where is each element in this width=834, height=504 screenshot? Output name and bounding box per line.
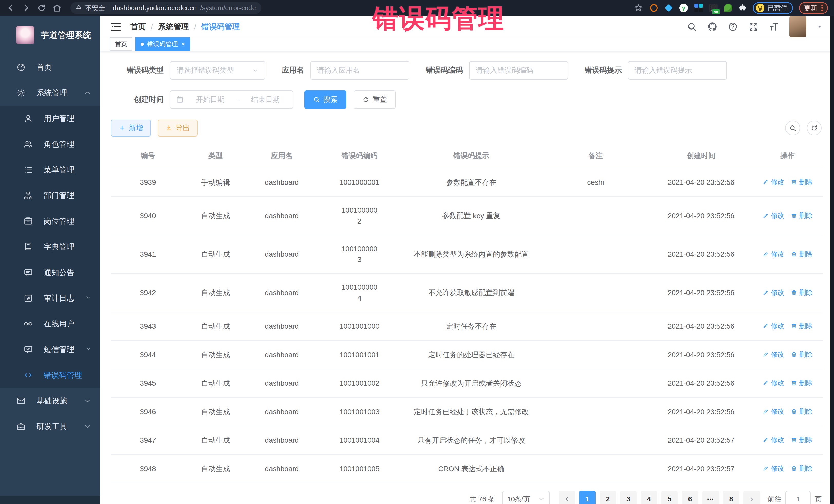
paused-extension-button[interactable]: 已暂停 [753, 2, 793, 14]
sidebar-item-online-users[interactable]: 在线用户 [0, 311, 100, 337]
delete-link[interactable]: 删除 [791, 406, 812, 417]
sidebar-item-posts[interactable]: 岗位管理 [0, 209, 100, 234]
github-icon[interactable] [707, 22, 718, 32]
sidebar-item-menus[interactable]: 菜单管理 [0, 157, 100, 183]
breadcrumb-system[interactable]: 系统管理 [158, 22, 189, 32]
add-button[interactable]: 新增 [111, 119, 151, 136]
sidebar-item-departments[interactable]: 部门管理 [0, 183, 100, 209]
page-button-5[interactable]: 5 [661, 491, 678, 504]
refresh-table-button[interactable] [807, 120, 822, 135]
delete-link[interactable]: 删除 [791, 463, 812, 474]
sidebar-item-infrastructure[interactable]: 基础设施 [0, 388, 100, 414]
security-label[interactable]: 不安全 [85, 4, 105, 13]
reset-button[interactable]: 重置 [354, 90, 396, 109]
delete-link[interactable]: 删除 [791, 287, 812, 298]
sidebar-item-error-codes[interactable]: 错误码管理 [0, 363, 100, 388]
error-code-input[interactable] [469, 61, 568, 80]
sidebar-fold-icon[interactable] [110, 21, 122, 32]
url-host[interactable]: dashboard.yudao.iocoder.cn [113, 4, 197, 12]
table-row[interactable]: 3947自动生成 dashboard1001001004 只有开启状态的任务，才… [111, 426, 823, 455]
app-name-input[interactable] [310, 61, 409, 80]
sidebar-item-system[interactable]: 系统管理 [0, 80, 100, 106]
page-button-1[interactable]: 1 [579, 491, 596, 504]
edit-link[interactable]: 修改 [763, 349, 784, 360]
sidebar-item-dev-tools[interactable]: 研发工具 [0, 414, 100, 439]
delete-link[interactable]: 删除 [791, 349, 812, 360]
sidebar-item-roles[interactable]: 角色管理 [0, 131, 100, 157]
tag-home[interactable]: 首页 [110, 38, 132, 51]
table-row[interactable]: 3941自动生成 dashboard100100000 3 不能删除类型为系统内… [111, 235, 823, 273]
extension-ring-icon[interactable] [649, 3, 658, 13]
edit-link[interactable]: 修改 [763, 177, 784, 187]
search-icon[interactable] [687, 22, 697, 32]
chrome-update-button[interactable]: 更新 [799, 2, 828, 14]
sidebar-item-sms[interactable]: 短信管理 [0, 337, 100, 363]
table-row[interactable]: 3946自动生成 dashboard1001001003 定时任务已经处于该状态… [111, 397, 823, 426]
address-bar[interactable]: 不安全 dashboard.yudao.iocoder.cn/system/er… [70, 2, 262, 14]
back-icon[interactable] [6, 3, 15, 13]
page-button-6[interactable]: 6 [682, 491, 698, 504]
edit-link[interactable]: 修改 [763, 435, 784, 445]
edit-link[interactable]: 修改 [763, 463, 784, 474]
page-button-2[interactable]: 2 [600, 491, 616, 504]
date-range-picker[interactable]: 开始日期 - 结束日期 [170, 90, 293, 109]
edit-link[interactable]: 修改 [763, 249, 784, 259]
bookmark-star-icon[interactable] [634, 3, 643, 13]
reload-icon[interactable] [37, 3, 46, 13]
table-row[interactable]: 3945自动生成 dashboard1001001002 只允许修改为开启或者关… [111, 369, 823, 397]
home-icon[interactable] [52, 3, 62, 13]
forward-icon[interactable] [22, 3, 31, 13]
edit-link[interactable]: 修改 [763, 321, 784, 331]
not-secure-warning-icon[interactable] [76, 4, 82, 12]
sidebar-item-audit-log[interactable]: 审计日志 [0, 285, 100, 311]
sidebar-item-dictionary[interactable]: 字典管理 [0, 234, 100, 260]
user-avatar[interactable] [789, 16, 806, 38]
page-size-select[interactable]: 10条/页 [502, 491, 550, 504]
tag-error-codes[interactable]: 错误码管理 × [135, 38, 190, 51]
next-page-button[interactable] [743, 491, 760, 504]
delete-link[interactable]: 删除 [791, 377, 812, 388]
breadcrumb-home[interactable]: 首页 [130, 22, 146, 32]
page-button-3[interactable]: 3 [620, 491, 637, 504]
table-row[interactable]: 3942自动生成 dashboard100100000 4 不允许获取敏感配置到… [111, 273, 823, 312]
search-button[interactable]: 搜索 [304, 90, 347, 109]
breadcrumb-current[interactable]: 错误码管理 [201, 22, 240, 32]
help-icon[interactable] [728, 22, 738, 32]
delete-link[interactable]: 删除 [791, 177, 812, 187]
edit-link[interactable]: 修改 [763, 287, 784, 298]
table-row[interactable]: 3943自动生成 dashboard1001001000 定时任务不存在 202… [111, 312, 823, 341]
prev-page-button[interactable] [559, 491, 575, 504]
edit-link[interactable]: 修改 [763, 406, 784, 417]
delete-link[interactable]: 删除 [791, 321, 812, 331]
table-row[interactable]: 3939手动编辑 dashboard1001000001 参数配置不存在cesh… [111, 168, 823, 197]
window-scrollbar-strip[interactable] [830, 16, 834, 504]
extension-grid-icon[interactable] [694, 3, 703, 13]
extension-gem-icon[interactable] [664, 3, 673, 13]
delete-link[interactable]: 删除 [791, 435, 812, 445]
sidebar-item-notices[interactable]: 通知公告 [0, 260, 100, 285]
extension-y-icon[interactable]: y [679, 3, 688, 13]
page-button-8[interactable]: 8 [723, 491, 739, 504]
delete-link[interactable]: 删除 [791, 210, 812, 221]
edit-link[interactable]: 修改 [763, 210, 784, 221]
sidebar-item-users[interactable]: 用户管理 [0, 106, 100, 131]
page-button-4[interactable]: 4 [641, 491, 657, 504]
close-icon[interactable]: × [181, 41, 185, 47]
page-ellipsis[interactable]: ··· [702, 491, 719, 504]
font-size-icon[interactable] [769, 22, 779, 32]
sidebar-item-home[interactable]: 首页 [0, 54, 100, 80]
error-hint-input[interactable] [628, 61, 727, 80]
url-path[interactable]: /system/error-code [200, 4, 256, 12]
extension-green-icon[interactable] [724, 3, 733, 13]
table-row[interactable]: 3944自动生成 dashboard1001001001 定时任务的处理器已经存… [111, 341, 823, 369]
extension-switch-icon[interactable]: on [709, 3, 718, 13]
browser-menu-icon[interactable] [821, 5, 823, 11]
error-type-select[interactable]: 请选择错误码类型 [170, 61, 265, 80]
avatar-caret-icon[interactable] [816, 24, 823, 30]
goto-page-input[interactable] [786, 491, 811, 504]
toggle-search-button[interactable] [785, 120, 800, 135]
edit-link[interactable]: 修改 [763, 377, 784, 388]
table-row[interactable]: 3940自动生成 dashboard100100000 2 参数配置 key 重… [111, 197, 823, 235]
export-button[interactable]: 导出 [158, 119, 198, 136]
table-row[interactable]: 3948自动生成 dashboard1001001005 CRON 表达式不正确… [111, 455, 823, 483]
